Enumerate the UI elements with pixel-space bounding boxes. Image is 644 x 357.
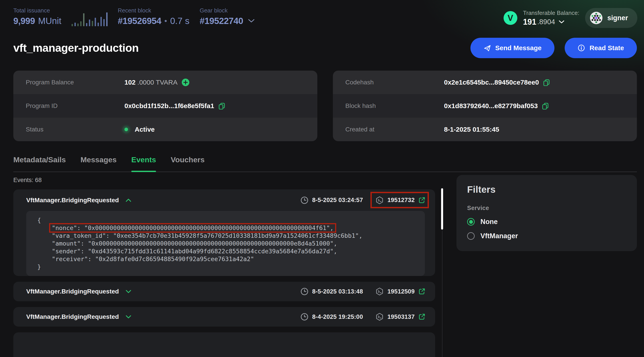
total-issuance-stat: Total issuance 9,999 MUnit [13,7,61,26]
tab-vouchers[interactable]: Vouchers [171,155,204,172]
gear-block-chevron-down-icon[interactable] [248,19,255,23]
clock-icon [300,313,309,321]
total-issuance-unit: MUnit [38,15,61,26]
tabs: Metadata/Sails Messages Events Vouchers [13,155,637,172]
event-header[interactable]: VftManager.BridgingRequested 8-4-2025 19… [13,307,435,327]
program-id-row: Program ID 0x0cbd1f152b...1f6e8e5f5fa1 [13,94,317,118]
event-payload: { "nonce": "0x00000000000000000000000000… [26,211,425,276]
copy-icon [218,102,225,109]
status-row: Status Active [13,118,317,141]
account-button[interactable]: signer [585,8,637,28]
send-icon [483,44,491,52]
page: Total issuance 9,999 MUnit Recent block … [0,0,644,357]
block-time-chart [72,7,108,26]
read-state-button[interactable]: Read State [565,38,637,58]
events-count: Events: 68 [13,177,435,184]
event-timestamp: 8-5-2025 03:13:48 [300,287,363,296]
clock-icon [300,196,309,204]
event-card-partial[interactable] [13,332,435,357]
gear-block-stat: Gear block #19522740 [200,7,255,26]
external-link-icon[interactable] [418,288,425,295]
block-time-value: 0.7 s [170,15,190,26]
tab-metadata-sails[interactable]: Metadata/Sails [13,155,66,172]
event-block-link: 19503137 [375,313,425,321]
filter-option-vftmanager[interactable]: VftManager [467,232,626,240]
status-label: Status [26,126,124,133]
info-icon [578,44,585,52]
program-balance-value: 102 [124,79,136,86]
chevron-down-icon [126,290,131,293]
event-card-expanded: VftManager.BridgingRequested 8-5-2025 03… [13,189,435,276]
codehash-row: Codehash 0x2e1c6545bc...89450ce78ee0 [333,71,637,94]
annotation-highlight: "nonce": "0x0000000000000000000000000000… [52,224,334,231]
chevron-up-icon [126,198,131,202]
event-block-link: 19512509 [375,287,425,296]
plus-circle-icon [182,78,190,86]
send-message-button[interactable]: Send Message [470,38,554,58]
tab-events[interactable]: Events [131,155,156,172]
event-card: VftManager.BridgingRequested 8-4-2025 19… [13,307,435,327]
block-icon [375,287,384,296]
copy-blockhash-button[interactable] [542,102,549,109]
balance-fraction: .8904 [537,18,555,26]
event-name: VftManager.BridgingRequested [26,288,119,295]
account-identicon [590,12,602,24]
event-name: VftManager.BridgingRequested [26,313,119,320]
status-active-dot [124,128,128,131]
event-timestamp: 8-5-2025 03:24:57 [300,196,363,204]
tab-messages[interactable]: Messages [80,155,117,172]
program-balance-row: Program Balance 102 .0000 TVARA [13,71,317,94]
copy-icon [542,102,549,109]
total-issuance-value: 9,999 [13,15,35,26]
codehash-label: Codehash [345,79,444,86]
vara-logo-icon: V [504,11,517,25]
copy-program-id-button[interactable] [218,102,225,109]
block-icon [375,196,384,204]
created-at-value: 8-1-2025 01:55:45 [444,126,499,133]
page-title: vft_manager-production [13,41,139,54]
event-name: VftManager.BridgingRequested [26,197,119,204]
event-block-link-annotated: 19512732 [375,196,425,204]
blockhash-row: Block hash 0x1d83792640...e82779baf053 [333,94,637,118]
filters-title: Filters [467,184,626,195]
event-card: VftManager.BridgingRequested 8-5-2025 03… [13,282,435,301]
balance-chevron-down-icon[interactable] [559,20,564,24]
radio-selected-icon [467,218,475,226]
events-section: Events: 68 VftManager.BridgingRequested [13,175,637,357]
code-info-card: Codehash 0x2e1c6545bc...89450ce78ee0 Blo… [333,71,637,141]
program-balance-label: Program Balance [26,79,124,86]
filter-option-none[interactable]: None [467,218,626,226]
radio-unselected-icon [467,232,475,240]
program-info-card: Program Balance 102 .0000 TVARA Prog [13,71,317,141]
add-balance-button[interactable] [182,78,190,86]
copy-icon [543,79,550,86]
send-message-label: Send Message [495,44,542,52]
account-name: signer [607,14,628,22]
dot-separator: • [164,15,167,26]
gear-block-label: Gear block [200,7,255,14]
transferable-balance: Transferable Balance: 191 .8904 [523,9,579,27]
read-state-label: Read State [590,44,624,52]
event-header[interactable]: VftManager.BridgingRequested 8-5-2025 03… [13,189,435,211]
balance-whole: 191 [523,17,536,27]
scrollbar-thumb[interactable] [441,188,443,230]
program-id-label: Program ID [26,102,124,109]
gear-block-number: #19522740 [200,15,243,26]
event-block-number: 19512509 [387,288,415,295]
title-row: vft_manager-production Send Message Read… [13,38,637,58]
block-icon [375,313,384,321]
chevron-down-icon [126,315,131,319]
recent-block-label: Recent block [118,7,189,14]
program-balance-suffix: .0000 TVARA [137,79,178,86]
copy-codehash-button[interactable] [543,79,550,86]
events-scrollbar [441,187,443,357]
codehash-value: 0x2e1c6545bc...89450ce78ee0 [444,79,539,86]
blockhash-value: 0x1d83792640...e82779baf053 [444,102,538,110]
network-stats: Total issuance 9,999 MUnit Recent block … [13,7,255,26]
event-header[interactable]: VftManager.BridgingRequested 8-5-2025 03… [13,282,435,301]
external-link-icon[interactable] [418,197,425,204]
external-link-icon[interactable] [418,313,425,320]
status-value: Active [135,126,155,133]
recent-block-stat: Recent block #19526954 • 0.7 s [118,7,189,26]
recent-block-number: #19526954 [118,15,161,26]
